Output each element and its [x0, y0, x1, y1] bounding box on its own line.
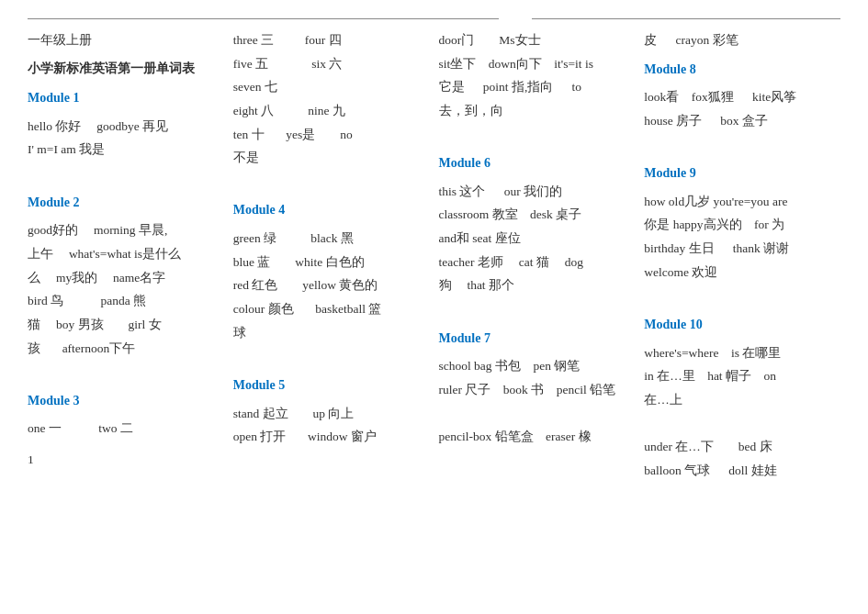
module8-house: house 房子 box 盒子: [644, 109, 840, 133]
module4-red: red 红色 yellow 黄色的: [233, 274, 430, 297]
module9-birthday: birthday 生日 thank 谢谢: [644, 237, 840, 261]
col3-itis: 它是 point 指,指向 to: [439, 75, 636, 99]
col3-to: 去，到，向: [439, 99, 636, 123]
col4-pi-crayon: 皮 crayon 彩笔: [644, 28, 840, 52]
module10-label: Module 10: [644, 313, 840, 338]
column-2: three 三 four 四 five 五 six 六 seven 七 eigh…: [233, 28, 439, 482]
footer-num: 1: [28, 448, 224, 472]
module1-content2: I' m=I am 我是: [28, 138, 224, 162]
module7-label: Module 7: [439, 327, 636, 352]
module4-ball: 球: [233, 321, 430, 345]
module2-content6: 孩 afternoon下午: [28, 337, 224, 361]
col2-top: three 三 four 四: [233, 28, 430, 52]
module9-howold: how old几岁 you're=you are: [644, 190, 840, 214]
col2-five-six: five 五 six 六: [233, 52, 430, 76]
column-4: 皮 crayon 彩笔 Module 8 look看 fox狐狸 kite风筝 …: [644, 28, 840, 482]
col3-sit: sit坐下 down向下 it's=it is: [439, 52, 636, 76]
module6-dog: 狗 that 那个: [439, 274, 636, 297]
grade-title: 一年级上册: [28, 28, 224, 53]
module7-ruler: ruler 尺子 book 书 pencil 铅笔: [439, 378, 636, 402]
module6-and: and和 seat 座位: [439, 227, 636, 251]
col3-pencilbox: pencil-box 铅笔盒 eraser 橡: [439, 425, 636, 449]
module6-label: Module 6: [439, 151, 636, 176]
module2-content1: good好的 morning 早晨,: [28, 218, 224, 242]
col2-notis: 不是: [233, 146, 430, 170]
module9-youare: 你是 happy高兴的 for 为: [644, 213, 840, 237]
module4-label: Module 4: [233, 198, 430, 223]
module2-content2: 上午 what's=what is是什么: [28, 242, 224, 266]
module10-in: in 在…里 hat 帽子 on: [644, 364, 840, 388]
col2-eight-nine: eight 八 nine 九: [233, 99, 430, 123]
col2-ten: ten 十 yes是 no: [233, 123, 430, 147]
col2-seven: seven 七: [233, 75, 430, 99]
module4-colour: colour 颜色 basketball 篮: [233, 297, 430, 321]
col4-balloon: balloon 气球 doll 娃娃: [644, 459, 840, 483]
col3-door-ms: door门 Ms女士: [439, 28, 636, 52]
column-1: 一年级上册 小学新标准英语第一册单词表 Module 1 hello 你好 go…: [28, 28, 233, 482]
column-3: door门 Ms女士 sit坐下 down向下 it's=it is 它是 po…: [439, 28, 645, 482]
module6-this: this 这个 our 我们的: [439, 180, 636, 204]
module2-content3: 么 my我的 name名字: [28, 266, 224, 290]
module2-content4: bird 鸟 panda 熊: [28, 289, 224, 313]
module6-teacher: teacher 老师 cat 猫 dog: [439, 251, 636, 274]
module6-classroom: classroom 教室 desk 桌子: [439, 203, 636, 227]
module5-open: open 打开 window 窗户: [233, 425, 430, 449]
module2-content5: 猫 boy 男孩 girl 女: [28, 313, 224, 337]
module4-green: green 绿 black 黑: [233, 227, 430, 251]
module3-content: one 一 two 二: [28, 417, 224, 441]
module3-label: Module 3: [28, 389, 224, 414]
module4-blue: blue 蓝 white 白色的: [233, 251, 430, 274]
module10-on: 在…上: [644, 388, 840, 412]
module10-where: where's=where is 在哪里: [644, 341, 840, 365]
book-title: 小学新标准英语第一册单词表: [28, 57, 224, 82]
module1-content: hello 你好 goodbye 再见: [28, 115, 224, 139]
module9-welcome: welcome 欢迎: [644, 261, 840, 285]
col4-under: under 在…下 bed 床: [644, 435, 840, 459]
module8-label: Module 8: [644, 58, 840, 83]
module1-label: Module 1: [28, 86, 224, 111]
module2-label: Module 2: [28, 191, 224, 216]
module5-stand: stand 起立 up 向上: [233, 402, 430, 426]
module8-look: look看 fox狐狸 kite风筝: [644, 85, 840, 109]
module5-label: Module 5: [233, 374, 430, 398]
module7-school: school bag 书包 pen 钢笔: [439, 354, 636, 378]
module9-label: Module 9: [644, 162, 840, 186]
